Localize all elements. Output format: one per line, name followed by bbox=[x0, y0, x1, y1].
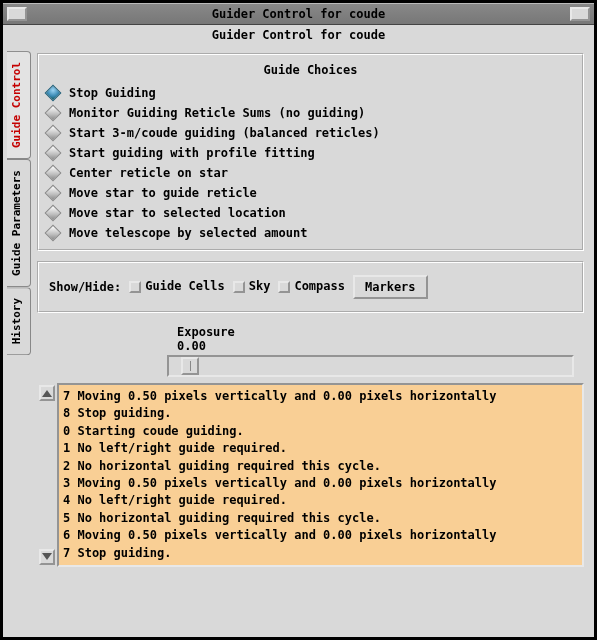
guide-choices-panel: Guide Choices Stop Guiding Monitor Guidi… bbox=[37, 53, 584, 251]
main-panel: Guide Choices Stop Guiding Monitor Guidi… bbox=[31, 45, 594, 637]
body-area: Guide Control Guide Parameters History G… bbox=[3, 45, 594, 637]
diamond-icon bbox=[45, 185, 62, 202]
choice-move-star-reticle[interactable]: Move star to guide reticle bbox=[43, 183, 578, 203]
choice-label: Move star to selected location bbox=[69, 206, 286, 220]
scroll-up-button[interactable] bbox=[39, 385, 55, 401]
choice-label: Start guiding with profile fitting bbox=[69, 146, 315, 160]
scroll-down-button[interactable] bbox=[39, 549, 55, 565]
side-tabs: Guide Control Guide Parameters History bbox=[3, 45, 31, 637]
diamond-icon bbox=[45, 165, 62, 182]
history-log: 7 Moving 0.50 pixels vertically and 0.00… bbox=[57, 383, 584, 567]
choice-label: Monitor Guiding Reticle Sums (no guiding… bbox=[69, 106, 365, 120]
choice-label: Start 3-m/coude guiding (balanced reticl… bbox=[69, 126, 380, 140]
diamond-icon bbox=[45, 85, 62, 102]
checkbox-icon bbox=[278, 281, 290, 293]
diamond-icon bbox=[45, 145, 62, 162]
choice-label: Move star to guide reticle bbox=[69, 186, 257, 200]
choice-move-telescope[interactable]: Move telescope by selected amount bbox=[43, 223, 578, 243]
choice-start-3m-coude[interactable]: Start 3-m/coude guiding (balanced reticl… bbox=[43, 123, 578, 143]
choice-label: Center reticle on star bbox=[69, 166, 228, 180]
checkbox-icon bbox=[233, 281, 245, 293]
diamond-icon bbox=[45, 205, 62, 222]
choice-label: Stop Guiding bbox=[69, 86, 156, 100]
window: Guider Control for coude Guider Control … bbox=[0, 0, 597, 640]
choice-monitor-sums[interactable]: Monitor Guiding Reticle Sums (no guiding… bbox=[43, 103, 578, 123]
exposure-value: 0.00 bbox=[177, 339, 584, 353]
window-subtitle: Guider Control for coude bbox=[3, 25, 594, 45]
tab-history[interactable]: History bbox=[7, 287, 31, 355]
chevron-up-icon bbox=[42, 390, 52, 397]
diamond-icon bbox=[45, 225, 62, 242]
markers-button[interactable]: Markers bbox=[353, 275, 428, 299]
history-panel: 7 Moving 0.50 pixels vertically and 0.00… bbox=[37, 383, 584, 567]
choice-stop-guiding[interactable]: Stop Guiding bbox=[43, 83, 578, 103]
exposure-slider[interactable] bbox=[167, 355, 574, 377]
window-maximize-button[interactable] bbox=[570, 7, 590, 21]
exposure-panel: Exposure 0.00 bbox=[37, 323, 584, 383]
guide-choices-title: Guide Choices bbox=[43, 63, 578, 77]
show-hide-panel: Show/Hide: Guide Cells Sky Compass Marke… bbox=[37, 261, 584, 313]
chevron-down-icon bbox=[42, 553, 52, 560]
check-compass[interactable]: Compass bbox=[278, 280, 345, 293]
exposure-label: Exposure bbox=[177, 325, 584, 339]
check-sky[interactable]: Sky bbox=[233, 280, 271, 293]
diamond-icon bbox=[45, 105, 62, 122]
choice-label: Move telescope by selected amount bbox=[69, 226, 307, 240]
check-label: Sky bbox=[249, 280, 271, 293]
slider-thumb[interactable] bbox=[181, 357, 199, 375]
tab-guide-parameters[interactable]: Guide Parameters bbox=[7, 159, 31, 287]
show-hide-label: Show/Hide: bbox=[49, 280, 121, 294]
check-label: Guide Cells bbox=[145, 280, 224, 293]
checkbox-icon bbox=[129, 281, 141, 293]
history-scrollbar bbox=[37, 383, 57, 567]
tab-guide-control[interactable]: Guide Control bbox=[7, 51, 31, 159]
check-guide-cells[interactable]: Guide Cells bbox=[129, 280, 224, 293]
check-label: Compass bbox=[294, 280, 345, 293]
titlebar: Guider Control for coude bbox=[3, 3, 594, 25]
choice-move-star-location[interactable]: Move star to selected location bbox=[43, 203, 578, 223]
diamond-icon bbox=[45, 125, 62, 142]
choice-profile-fitting[interactable]: Start guiding with profile fitting bbox=[43, 143, 578, 163]
window-title: Guider Control for coude bbox=[212, 7, 385, 21]
choice-center-reticle[interactable]: Center reticle on star bbox=[43, 163, 578, 183]
window-menu-button[interactable] bbox=[7, 7, 27, 21]
